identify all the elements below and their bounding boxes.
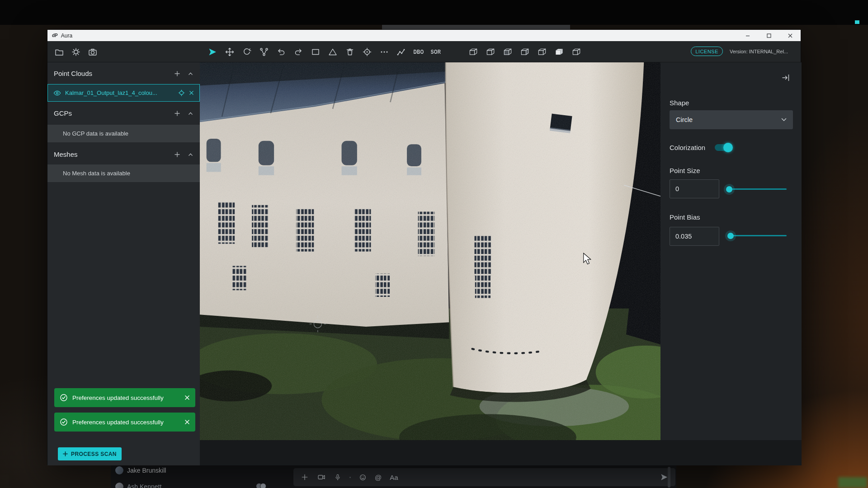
point-cloud-list-item[interactable]: Kalmar_01_Output_laz1_4_colou...: [47, 84, 200, 102]
avatar[interactable]: [115, 466, 123, 474]
chat-user-name[interactable]: Jake Brunskill: [127, 467, 166, 474]
close-toast-icon[interactable]: [184, 419, 190, 425]
maximize-button[interactable]: [758, 30, 779, 41]
undo-icon: [276, 47, 286, 57]
gcp-empty-state: No GCP data is available: [47, 125, 200, 142]
desktop-teal-dot: [855, 20, 859, 24]
fly-tool-button[interactable]: [208, 41, 217, 62]
plus-icon: [63, 451, 68, 456]
remove-icon[interactable]: [189, 90, 194, 95]
send-message-icon[interactable]: [660, 473, 668, 481]
close-toast-icon[interactable]: [184, 395, 190, 400]
view-cube-button-2[interactable]: [486, 41, 495, 62]
box-select-icon: [311, 47, 321, 57]
point-bias-slider[interactable]: [729, 235, 787, 236]
box-select-button[interactable]: [311, 41, 321, 62]
colorization-label: Colorization: [670, 144, 705, 151]
titlebar[interactable]: dP Aura: [47, 30, 801, 41]
section-title: GCPs: [54, 109, 72, 117]
orbit-tool-icon: [242, 47, 252, 57]
delete-button[interactable]: [345, 41, 355, 62]
sor-filter-button[interactable]: SOR: [431, 41, 441, 62]
point-size-input[interactable]: [670, 179, 719, 198]
view-cube-button-5[interactable]: [537, 41, 547, 62]
view-cube-button-6[interactable]: [554, 41, 564, 62]
format-text-icon[interactable]: Aa: [390, 474, 398, 481]
pan-tool-button[interactable]: [225, 41, 235, 62]
chat-message-bar[interactable]: @ Aa: [293, 468, 675, 486]
mention-icon[interactable]: @: [375, 474, 382, 481]
view-cube-icon: [520, 47, 530, 56]
add-gcp-icon[interactable]: [174, 110, 180, 117]
view-cube-button-1[interactable]: [468, 41, 478, 62]
window-bottom-strip: [200, 440, 802, 465]
close-button[interactable]: [779, 30, 801, 41]
ellipsis-icon: [379, 47, 389, 57]
visibility-eye-icon[interactable]: [53, 90, 61, 96]
more-tools-button[interactable]: [379, 41, 389, 62]
gear-icon: [71, 47, 81, 57]
success-check-icon: [60, 418, 68, 426]
emoji-icon[interactable]: [359, 474, 367, 481]
orbit-tool-button[interactable]: [242, 41, 252, 62]
chevron-up-icon[interactable]: [188, 71, 193, 76]
main-toolbar: DBO SOR LICENSE Version: INTERNAL_Rel...: [47, 41, 801, 62]
point-clouds-section-header[interactable]: Point Clouds: [47, 65, 200, 82]
dbo-filter-button[interactable]: DBO: [414, 41, 424, 62]
add-mesh-icon[interactable]: [174, 151, 180, 158]
point-bias-slider-handle[interactable]: [727, 233, 734, 239]
shape-dropdown-value: Circle: [676, 116, 693, 123]
collapse-panel-button[interactable]: [781, 73, 791, 83]
view-cube-icon: [486, 47, 495, 56]
shape-dropdown[interactable]: Circle: [670, 110, 793, 129]
polygon-select-button[interactable]: [328, 41, 338, 62]
process-scan-button[interactable]: PROCESS SCAN: [58, 447, 122, 460]
pivot-tool-button[interactable]: [362, 41, 372, 62]
microphone-icon[interactable]: [334, 473, 341, 481]
gcps-section-header[interactable]: GCPs: [47, 105, 200, 122]
aura-app-window: dP Aura DBO SOR: [47, 29, 801, 465]
chat-user-name[interactable]: Ash Kennett: [127, 483, 161, 488]
process-scan-label: PROCESS SCAN: [71, 451, 117, 457]
profile-tool-button[interactable]: [396, 41, 406, 62]
window-title: Aura: [61, 33, 72, 39]
chevron-up-icon[interactable]: [188, 111, 193, 116]
view-cube-icon: [503, 47, 513, 56]
view-cube-icon: [537, 47, 547, 56]
view-cube-button-3[interactable]: [503, 41, 513, 62]
license-button[interactable]: LICENSE: [691, 47, 723, 56]
add-attachment-icon[interactable]: [301, 473, 309, 481]
redo-button[interactable]: [293, 41, 303, 62]
colorization-toggle[interactable]: [715, 144, 732, 151]
point-size-slider-handle[interactable]: [726, 186, 732, 192]
avatar[interactable]: [115, 483, 123, 488]
add-point-cloud-icon[interactable]: [174, 70, 180, 77]
divider-dot: [349, 477, 351, 478]
screenshot-button[interactable]: [88, 41, 98, 62]
3d-viewport[interactable]: [200, 62, 660, 440]
success-check-icon: [60, 394, 68, 402]
point-size-slider[interactable]: [729, 188, 787, 190]
meshes-section-header[interactable]: Meshes: [47, 146, 200, 163]
point-bias-input[interactable]: [670, 227, 719, 246]
close-icon: [788, 33, 793, 38]
locate-icon[interactable]: [178, 89, 185, 96]
avatar: [260, 483, 266, 488]
point-bias-label: Point Bias: [670, 213, 700, 221]
top-black-band: [0, 0, 868, 25]
toggle-knob: [723, 143, 733, 152]
view-cube-button-7[interactable]: [571, 41, 581, 62]
minimize-button[interactable]: [737, 30, 758, 41]
settings-button[interactable]: [71, 41, 81, 62]
point-cloud-name: Kalmar_01_Output_laz1_4_colou...: [65, 89, 174, 96]
node-tool-button[interactable]: [259, 41, 269, 62]
exit-panel-icon: [781, 73, 790, 82]
undo-button[interactable]: [276, 41, 286, 62]
view-cube-button-4[interactable]: [520, 41, 530, 62]
open-project-button[interactable]: [54, 41, 64, 62]
view-cube-icon-active: [554, 47, 564, 56]
chevron-up-icon[interactable]: [188, 152, 193, 157]
chat-scrollbar[interactable]: [668, 467, 670, 488]
point-size-label: Point Size: [670, 167, 700, 174]
video-call-icon[interactable]: [317, 473, 326, 481]
